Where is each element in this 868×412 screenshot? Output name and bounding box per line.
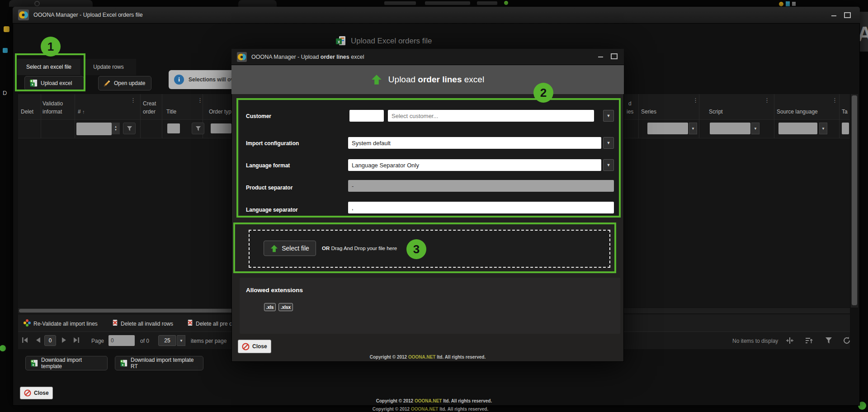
- pencil-icon: [103, 80, 111, 87]
- maximize-button[interactable]: [842, 11, 853, 19]
- customer-dropdown-button[interactable]: ▼: [603, 110, 614, 122]
- upload-arrow-icon: [371, 74, 382, 85]
- source-language-filter-dropdown[interactable]: ▼: [819, 123, 827, 134]
- number-filter-input[interactable]: [76, 123, 112, 135]
- filter-funnel-button[interactable]: [123, 123, 136, 134]
- annotation-step-3: 3: [406, 239, 426, 259]
- excel-file-icon: x: [335, 35, 346, 48]
- column-divider: [839, 94, 840, 138]
- spinner-buttons[interactable]: ▲ ▼: [112, 123, 120, 134]
- modal-window-title: OOONA Manager - Upload order lines excel: [251, 54, 364, 60]
- number-filter-spinner[interactable]: ▲ ▼: [76, 123, 120, 134]
- script-filter-input[interactable]: [710, 123, 750, 134]
- product-separator-input: [348, 180, 614, 192]
- revalidate-all-button[interactable]: Re-Validate all import lines: [33, 321, 98, 327]
- page-title: Upload Excel orders file: [351, 37, 432, 46]
- customer-label: Customer: [246, 113, 271, 119]
- pager-size-value[interactable]: 25: [158, 335, 176, 346]
- column-header-create-line2[interactable]: order: [143, 109, 156, 115]
- title-filter-input[interactable]: [167, 123, 180, 133]
- pager-current-page[interactable]: 0: [44, 335, 56, 346]
- chevron-down-icon: ▼: [607, 163, 611, 167]
- modal-header: Upload order lines excel: [231, 65, 624, 94]
- modal-minimize-button[interactable]: [595, 53, 606, 61]
- import-configuration-dropdown-button[interactable]: ▼: [603, 137, 614, 149]
- modal-title: Upload order lines excel: [388, 75, 484, 85]
- extension-chip-xlsx: .xlsx: [278, 303, 293, 311]
- vertical-scrollbar-thumb[interactable]: [852, 95, 857, 305]
- svg-text:x: x: [338, 39, 340, 44]
- column-menu-icon[interactable]: ⋮: [130, 99, 136, 102]
- upload-excel-button[interactable]: x Upload excel: [24, 76, 84, 90]
- select-file-button[interactable]: Select file: [264, 241, 316, 256]
- behind-window-tab: [9, 0, 93, 7]
- column-header-order-type[interactable]: Order type: [209, 109, 235, 115]
- info-icon: i: [174, 75, 184, 85]
- chevron-down-icon: ▼: [607, 114, 611, 118]
- customer-code-input[interactable]: [349, 110, 384, 122]
- minimize-icon: [831, 15, 836, 16]
- script-filter-dropdown[interactable]: ▼: [751, 123, 760, 134]
- tab-update-rows[interactable]: Update rows: [81, 59, 136, 75]
- import-configuration-select[interactable]: System default: [348, 137, 601, 149]
- column-header-script[interactable]: Script: [709, 109, 723, 115]
- open-update-button[interactable]: Open update: [98, 76, 151, 90]
- customer-search-input[interactable]: [388, 110, 594, 122]
- column-header-validation-line1[interactable]: Validatio: [42, 100, 63, 107]
- download-template-rt-button[interactable]: x Download import template RT: [115, 356, 203, 370]
- download-template-button[interactable]: x Download import template: [25, 356, 108, 370]
- column-header-series[interactable]: Series: [641, 109, 656, 115]
- clear-filter-icon[interactable]: [825, 336, 833, 346]
- pager-page-input[interactable]: [108, 335, 135, 346]
- pager-last-button[interactable]: [72, 337, 80, 345]
- column-header-fragment-line2: ies: [627, 109, 633, 115]
- column-header-delete[interactable]: Delet: [21, 109, 33, 115]
- delete-all-pre-button[interactable]: Delete all pre ord: [196, 321, 237, 327]
- filter-funnel-button[interactable]: [192, 123, 204, 134]
- minimize-button[interactable]: [828, 12, 839, 20]
- main-window-title: OOONA Manager - Upload Excel orders file: [33, 12, 143, 18]
- behind-text-fragment: [384, 1, 416, 5]
- pager-prev-button[interactable]: [35, 337, 41, 345]
- column-divider: [140, 94, 141, 138]
- behind-yellow-icon: [4, 26, 9, 32]
- column-header-create-line1[interactable]: Creat: [143, 100, 156, 107]
- allowed-extensions-panel: [240, 278, 620, 334]
- language-format-select[interactable]: Language Separator Only: [348, 159, 601, 171]
- language-separator-input[interactable]: [348, 202, 614, 213]
- modal-copyright: Copyright © 2012 OOONA.NET ltd. All righ…: [292, 355, 563, 360]
- column-menu-icon[interactable]: ⋮: [764, 99, 770, 102]
- fit-columns-icon[interactable]: [786, 336, 794, 346]
- pager-next-button[interactable]: [61, 337, 67, 345]
- delete-pre-icon: [187, 319, 193, 328]
- series-filter-dropdown[interactable]: ▼: [689, 123, 697, 134]
- excel-download-icon: x: [120, 360, 127, 367]
- column-menu-icon[interactable]: ⋮: [832, 99, 838, 102]
- column-header-number[interactable]: # ↑: [78, 109, 85, 115]
- column-header-title[interactable]: Title: [166, 109, 176, 115]
- chevron-down-icon: ▼: [754, 127, 757, 131]
- column-header-validation-line2[interactable]: informat: [42, 109, 62, 115]
- source-language-filter-input[interactable]: [778, 123, 817, 134]
- refresh-icon[interactable]: [843, 336, 851, 346]
- target-filter-input-fragment[interactable]: [842, 123, 849, 134]
- series-filter-input[interactable]: [647, 123, 688, 134]
- main-close-button[interactable]: Close: [20, 387, 53, 399]
- pager-size-dropdown[interactable]: ▼: [177, 335, 185, 346]
- language-separator-label: Language separator: [246, 207, 298, 213]
- pager-first-button[interactable]: [22, 337, 29, 345]
- modal-close-button[interactable]: Close: [238, 340, 271, 353]
- excel-upload-icon: x: [29, 79, 38, 87]
- behind-logo-fragment: [792, 2, 796, 6]
- maximize-icon: [844, 12, 851, 18]
- tab-select-excel-file[interactable]: Select an excel file: [17, 59, 80, 75]
- clear-sort-icon[interactable]: [805, 336, 813, 346]
- product-separator-label: Product separator: [246, 185, 292, 191]
- vertical-scrollbar[interactable]: [851, 94, 858, 308]
- column-menu-icon[interactable]: ⋮: [693, 99, 698, 102]
- language-format-dropdown-button[interactable]: ▼: [603, 159, 614, 171]
- column-header-source-language[interactable]: Source language: [777, 109, 818, 115]
- order-type-filter-input[interactable]: [211, 123, 231, 133]
- modal-maximize-button[interactable]: [609, 52, 619, 60]
- delete-all-invalid-button[interactable]: Delete all invalid rows: [121, 321, 173, 327]
